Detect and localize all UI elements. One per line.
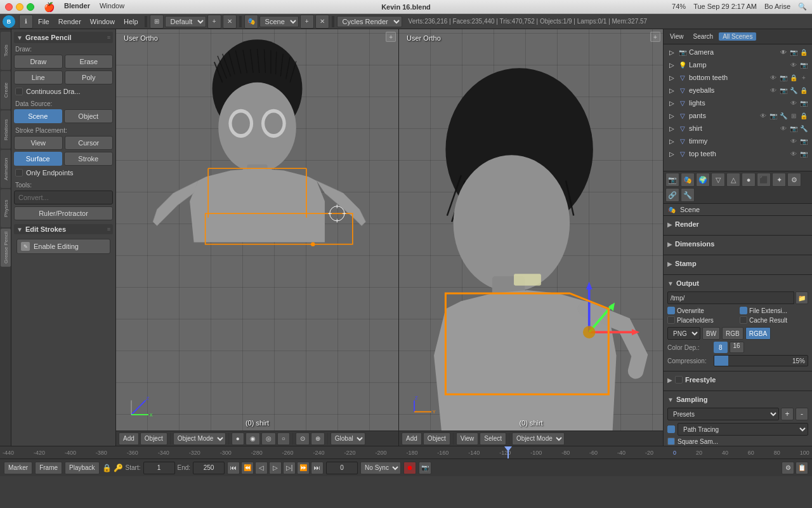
only-endpoints-checkbox[interactable] (15, 169, 23, 177)
layout-x[interactable]: ✕ (223, 15, 237, 29)
presets-select[interactable]: Presets (667, 408, 779, 420)
pivot-left[interactable]: ⊙ (296, 432, 310, 445)
jump-next-button[interactable]: ⏩ (297, 462, 310, 474)
maximize-button[interactable] (27, 3, 34, 11)
path-tracing-select[interactable]: Path Tracing (678, 423, 808, 436)
scene-button[interactable]: Scene (14, 109, 62, 123)
shirt-render[interactable]: 📷 (789, 124, 798, 133)
pants-lock[interactable]: 🔒 (799, 111, 808, 120)
help-menu[interactable]: Help (120, 17, 142, 27)
close-button[interactable] (5, 3, 13, 11)
view-button[interactable]: View (14, 136, 63, 150)
timmy-render[interactable]: 📷 (799, 137, 808, 145)
shirt-visibility[interactable]: 👁 (779, 124, 788, 133)
path-tracing-checkbox[interactable] (667, 425, 675, 433)
dimensions-header[interactable]: ▶ Dimensions (667, 238, 808, 250)
pants-visibility[interactable]: 👁 (759, 111, 768, 120)
pants-grid[interactable]: ⊞ (789, 111, 798, 120)
rgb-button[interactable]: RGB (722, 327, 743, 340)
prop-tab-constraints-icon[interactable]: 🔗 (665, 188, 679, 202)
start-frame-input[interactable] (143, 462, 175, 474)
playback-button[interactable]: Playback (65, 462, 100, 474)
eyeballs-icon2[interactable]: 🔧 (789, 86, 798, 95)
scene-select[interactable]: Scene (259, 16, 299, 27)
freestyle-checkbox[interactable] (675, 376, 683, 384)
bottom-teeth-lock[interactable]: 🔒 (789, 73, 798, 82)
outliner-tab-search[interactable]: Search (690, 32, 717, 41)
minimize-button[interactable] (16, 3, 23, 11)
cache-result-checkbox[interactable] (740, 316, 747, 324)
prop-tab-scene-icon[interactable]: 🎭 (681, 173, 695, 187)
pants-render[interactable]: 📷 (769, 111, 778, 120)
rgba-button[interactable]: RGBA (745, 327, 771, 340)
output-path-field[interactable]: /tmp/ (667, 291, 794, 304)
format-select[interactable]: PNG (667, 327, 700, 340)
outliner-item-lamp[interactable]: ▷ 💡 Lamp 👁 📷 (665, 58, 811, 71)
presets-plus[interactable]: + (781, 408, 794, 420)
jump-prev-button[interactable]: ⏪ (241, 462, 254, 474)
prop-tab-particles-icon[interactable]: ✦ (772, 173, 786, 187)
prop-tab-mesh-icon[interactable]: △ (726, 173, 740, 187)
outliner-item-shirt[interactable]: ▷ ▽ shirt 👁 📷 🔧 (665, 122, 811, 135)
timmy-visibility[interactable]: 👁 (789, 137, 798, 145)
eyeballs-visibility[interactable]: 👁 (769, 86, 778, 95)
grease-pencil-header[interactable]: ▼ Grease Pencil ≡ (14, 32, 113, 43)
search-icon[interactable]: 🔍 (798, 3, 807, 11)
prop-tab-render-icon[interactable]: 📷 (665, 173, 679, 187)
cursor-button[interactable]: Cursor (65, 136, 114, 150)
window-menu-bar[interactable]: Window (86, 17, 119, 27)
scene-icon[interactable]: 🎭 (244, 15, 258, 29)
info-icon-btn[interactable]: ℹ (19, 15, 33, 29)
select-button-right[interactable]: Select (480, 432, 506, 445)
lights-render[interactable]: 📷 (799, 98, 808, 107)
stroke-button[interactable]: Stroke (64, 152, 114, 166)
enable-editing-button[interactable]: ✎ Enable Editing (16, 239, 110, 254)
play-button[interactable]: ▷ (269, 462, 282, 474)
pants-modifier[interactable]: 🔧 (779, 111, 788, 120)
object-button-right[interactable]: Object (423, 432, 450, 445)
object-button-left[interactable]: Object (140, 432, 167, 445)
outliner-tab-all-scenes[interactable]: All Scenes (719, 32, 756, 41)
depth-16-button[interactable]: 16 (730, 342, 744, 353)
edit-strokes-header[interactable]: ▼ Edit Strokes ≡ (14, 224, 113, 234)
timeline-icon1[interactable]: ⚙ (782, 462, 794, 474)
erase-button[interactable]: Erase (65, 55, 114, 69)
lamp-render-icon[interactable]: 📷 (799, 60, 808, 69)
outliner-item-lights[interactable]: ▷ ▽ lights 👁 📷 (665, 97, 811, 109)
ruler-protractor-button[interactable]: Ruler/Protractor (14, 206, 113, 220)
app-name[interactable]: Blender (64, 2, 90, 12)
mode-select-left[interactable]: Object Mode (173, 432, 226, 445)
file-ext-checkbox[interactable] (740, 307, 747, 314)
eyeballs-lock[interactable]: 🔒 (799, 86, 808, 95)
camera-button[interactable]: 📷 (419, 462, 431, 474)
shirt-icon2[interactable]: 🔧 (799, 124, 808, 133)
camera-lock-icon[interactable]: 🔒 (799, 48, 808, 57)
view-button-right[interactable]: View (456, 432, 479, 445)
presets-minus[interactable]: - (796, 408, 808, 420)
camera-visibility-icon[interactable]: 👁 (779, 48, 788, 57)
viewport-right[interactable]: User Ortho + (399, 29, 663, 446)
outliner-item-top-teeth[interactable]: ▷ ▽ top teeth 👁 📷 (665, 147, 811, 160)
overwrite-checkbox[interactable] (667, 307, 675, 314)
continuous-draw-checkbox[interactable] (15, 88, 23, 95)
next-frame-button[interactable]: ▷| (283, 462, 296, 474)
sidebar-tab-physics[interactable]: Physics (1, 189, 11, 227)
apple-menu[interactable]: 🍎 (44, 2, 55, 12)
layout-plus[interactable]: + (207, 15, 221, 29)
prop-tab-physics-icon[interactable]: ⚙ (787, 173, 801, 187)
prev-frame-button[interactable]: ◁ (255, 462, 268, 474)
jump-end-button[interactable]: ⏭ (311, 462, 324, 474)
poly-button[interactable]: Poly (65, 70, 114, 84)
top-teeth-visibility[interactable]: 👁 (789, 149, 798, 158)
line-button[interactable]: Line (14, 70, 63, 84)
layout-icon[interactable]: ⊞ (150, 15, 164, 29)
window-controls[interactable] (5, 3, 34, 11)
key-icon[interactable]: 🔑 (114, 464, 123, 472)
render-menu[interactable]: Render (55, 17, 85, 27)
lights-visibility[interactable]: 👁 (789, 98, 798, 107)
window-menu[interactable]: Window (100, 2, 124, 12)
prop-tab-object-icon[interactable]: ▽ (711, 173, 725, 187)
file-menu[interactable]: File (34, 17, 53, 27)
add-button-left[interactable]: Add (119, 432, 139, 445)
prop-tab-material-icon[interactable]: ● (742, 173, 756, 187)
